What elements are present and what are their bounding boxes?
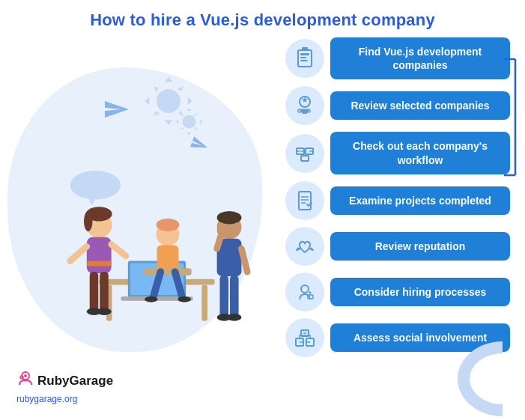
svg-rect-6 bbox=[201, 284, 207, 320]
svg-point-33 bbox=[217, 225, 228, 236]
logo-row: RubyGarage bbox=[16, 370, 113, 392]
svg-rect-17 bbox=[90, 272, 99, 311]
svg-point-38 bbox=[227, 314, 241, 321]
step-label-6: Consider hiring processes bbox=[330, 278, 510, 306]
step-icon-3 bbox=[285, 134, 324, 173]
page-container: How to hire a Vue.js development company bbox=[0, 0, 525, 420]
step-row-4: Examine projects completed bbox=[285, 181, 510, 220]
logo-area: RubyGarage rubygarage.org bbox=[16, 370, 113, 404]
step-icon-6 bbox=[285, 273, 324, 311]
svg-marker-0 bbox=[105, 101, 129, 118]
svg-line-34 bbox=[241, 249, 247, 272]
step-row-6: Consider hiring processes bbox=[285, 273, 510, 311]
svg-point-59 bbox=[297, 247, 300, 249]
illustration-area: RubyGarage rubygarage.org bbox=[0, 30, 285, 419]
step-label-3: Check out each company's workflow bbox=[330, 132, 510, 174]
svg-rect-14 bbox=[87, 261, 112, 267]
svg-point-40 bbox=[24, 374, 27, 377]
svg-point-30 bbox=[217, 211, 242, 224]
svg-rect-13 bbox=[87, 237, 112, 273]
svg-point-28 bbox=[177, 296, 190, 302]
step-label-1: Find Vue.js development companies bbox=[330, 37, 510, 79]
svg-rect-18 bbox=[100, 272, 109, 311]
step-icon-5 bbox=[285, 227, 324, 266]
svg-rect-58 bbox=[299, 192, 311, 210]
svg-rect-49 bbox=[302, 47, 308, 50]
svg-line-16 bbox=[112, 244, 126, 255]
svg-rect-57 bbox=[301, 156, 309, 161]
step-row-2: Review selected companies bbox=[285, 86, 510, 125]
svg-point-61 bbox=[301, 285, 309, 293]
step-row-5: Review reputation bbox=[285, 227, 510, 266]
logo-url[interactable]: rubygarage.org bbox=[16, 394, 77, 404]
svg-rect-24 bbox=[144, 268, 192, 276]
svg-rect-46 bbox=[300, 53, 309, 55]
svg-rect-47 bbox=[300, 57, 306, 58]
svg-point-20 bbox=[97, 308, 111, 315]
svg-point-27 bbox=[145, 296, 157, 302]
characters-illustration bbox=[22, 127, 270, 337]
step-label-5: Review reputation bbox=[330, 232, 510, 261]
step-icon-4 bbox=[285, 181, 324, 220]
svg-rect-35 bbox=[219, 276, 228, 317]
step-label-4: Examine projects completed bbox=[330, 186, 510, 215]
svg-rect-48 bbox=[300, 60, 308, 61]
step-label-2: Review selected companies bbox=[330, 91, 510, 120]
step-icon-7 bbox=[285, 318, 324, 357]
svg-point-12 bbox=[84, 211, 93, 231]
paper-plane-icon bbox=[105, 101, 129, 122]
step-row-3: Check out each company's workflow bbox=[285, 132, 510, 174]
step-icon-2 bbox=[285, 86, 324, 125]
logo-text: RubyGarage bbox=[37, 374, 113, 389]
logo-icon bbox=[16, 370, 34, 392]
step-icon-1 bbox=[285, 39, 324, 78]
step-row-1: Find Vue.js development companies bbox=[285, 37, 510, 79]
svg-point-60 bbox=[311, 247, 313, 249]
svg-rect-36 bbox=[230, 276, 239, 317]
svg-point-22 bbox=[157, 219, 180, 231]
svg-line-15 bbox=[70, 246, 87, 261]
svg-point-2 bbox=[70, 171, 121, 200]
